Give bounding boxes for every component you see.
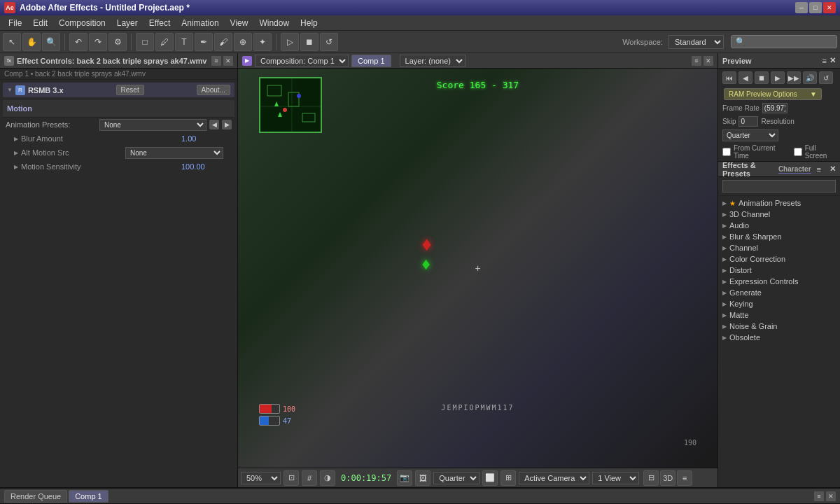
effects-blur-sharpen[interactable]: ▶ Blur & Sharpen [718,231,840,242]
presets-next-btn[interactable]: ▶ [222,120,232,130]
play-btn[interactable]: ▷ [281,33,299,51]
effects-keying[interactable]: ▶ Keying [718,298,840,309]
maximize-button[interactable]: □ [809,2,822,13]
effects-search-input[interactable] [722,180,836,192]
skip-to-start-btn[interactable]: ⏮ [722,71,736,84]
effects-obsolete[interactable]: ▶ Obsolete [718,332,840,343]
alt-motion-dropdown[interactable]: None [125,147,223,159]
effects-color-correction[interactable]: ▶ Color Correction [718,253,840,265]
tool-3[interactable]: ⚙ [108,33,127,51]
menu-effect[interactable]: Effect [144,17,176,29]
audio-btn[interactable]: 🔊 [803,71,817,84]
workspace-select[interactable]: Standard All Panels Animation [668,35,724,49]
comp1-tab[interactable]: Comp 1 [69,490,108,503]
menu-window[interactable]: Window [253,17,295,29]
full-screen-checkbox[interactable] [794,148,802,156]
zoom-select[interactable]: 50% 100% 25% [241,472,281,484]
loop-btn[interactable]: ↺ [819,71,833,84]
stop-btn[interactable]: ⏹ [300,33,318,51]
alt-motion-triangle[interactable]: ▶ [14,150,18,156]
effects-channel[interactable]: ▶ Channel [718,242,840,253]
loop-btn[interactable]: ↺ [320,33,338,51]
comp-menu-btn[interactable]: ≡ [692,56,701,66]
presets-prev-btn[interactable]: ◀ [209,120,219,130]
timeline-close-btn[interactable]: ✕ [826,491,836,501]
blur-amount-value[interactable]: 1.00 [181,134,223,143]
effects-generate[interactable]: ▶ Generate [718,287,840,298]
effects-expression-controls[interactable]: ▶ Expression Controls [718,276,840,287]
from-current-checkbox[interactable] [722,148,731,156]
brush-tool[interactable]: 🖌 [214,33,232,51]
menu-layer[interactable]: Layer [111,17,144,29]
exposure-btn[interactable]: ◑ [320,470,335,486]
panel-menu-btn[interactable]: ≡ [211,56,221,66]
grid-btn[interactable]: # [302,470,317,486]
preview-menu-btn[interactable]: ≡ [822,57,827,65]
comp-tab[interactable]: Comp 1 [351,55,391,67]
composition-select[interactable]: Composition: Comp 1 [255,55,349,67]
hand-tool[interactable]: ✋ [22,33,41,51]
effects-audio[interactable]: ▶ Audio [718,220,840,231]
effects-3d-channel[interactable]: ▶ 3D Channel [718,209,840,220]
timeline-menu-btn[interactable]: ≡ [814,491,824,501]
menu-view[interactable]: View [225,17,254,29]
effects-distort[interactable]: ▶ Distort [718,265,840,276]
comp-viewport[interactable]: Score 165 - 317 ♦ ♦ JEMPIOPMWM117 100 [238,69,718,468]
effects-menu-btn[interactable]: ≡ [817,165,821,174]
preview-close-btn[interactable]: ✕ [830,56,836,65]
effect-triangle[interactable]: ▼ [7,87,13,93]
skip-input[interactable] [738,116,758,127]
motion-sens-triangle[interactable]: ▶ [14,164,18,170]
menu-edit[interactable]: Edit [27,17,53,29]
motion-sens-value[interactable]: 100.00 [181,162,223,171]
menu-file[interactable]: File [3,17,27,29]
selection-tool[interactable]: ↖ [3,33,21,51]
clone-tool[interactable]: ⊕ [234,33,252,51]
view-select[interactable]: 1 View 2 Views 4 Views [592,472,639,484]
puppet-tool[interactable]: ✦ [253,33,272,51]
panel-close-btn[interactable]: ✕ [223,56,233,66]
toggle-transparency[interactable]: ⬜ [482,470,498,486]
search-input[interactable]: Search Kelp [748,38,832,46]
minimize-button[interactable]: ─ [795,2,808,13]
paint-tool[interactable]: 🖊 [155,33,174,51]
camera-select[interactable]: Active Camera [519,472,589,484]
fit-btn[interactable]: ⊡ [284,470,299,486]
quality-select[interactable]: Quarter Half Full [433,472,479,484]
prev-frame-btn[interactable]: ◀ [738,71,752,84]
text-tool[interactable]: T [175,33,193,51]
zoom-tool[interactable]: 🔍 [42,33,60,51]
undo-btn[interactable]: ↶ [69,33,88,51]
render-queue-tab[interactable]: Render Queue [4,490,67,503]
pen-tool[interactable]: ✒ [195,33,213,51]
toggle-safe-zones[interactable]: ⊟ [643,470,659,486]
presets-dropdown[interactable]: None [99,119,206,131]
frame-rate-input[interactable] [762,103,788,113]
effects-noise-grain[interactable]: ▶ Noise & Grain [718,321,840,332]
play-btn[interactable]: ▶ [771,71,785,84]
view-options-btn[interactable]: ≡ [677,470,692,486]
character-tab[interactable]: Character [778,165,811,174]
effects-close-btn[interactable]: ✕ [830,164,836,174]
reset-button[interactable]: Reset [116,85,144,95]
effects-matte[interactable]: ▶ Matte [718,309,840,321]
effects-animation-presets[interactable]: ▶ ★ Animation Presets [718,197,840,209]
rect-tool[interactable]: □ [136,33,154,51]
about-button[interactable]: About... [197,85,230,95]
blur-triangle[interactable]: ▶ [14,136,18,142]
snapshot-btn[interactable]: 📷 [397,470,412,486]
ram-preview-btn[interactable]: RAM Preview Options ▼ [724,88,822,100]
toggle-pixels[interactable]: ⊞ [500,470,516,486]
layer-select[interactable]: Layer: (none) [400,55,465,67]
show-snapshot-btn[interactable]: 🖼 [415,470,430,486]
resolution-select[interactable]: Quarter Half Full [722,130,778,141]
comp-close-btn[interactable]: ✕ [704,56,713,66]
redo-btn[interactable]: ↷ [89,33,107,51]
toggle-3d-btn[interactable]: 3D [660,470,676,486]
menu-help[interactable]: Help [295,17,323,29]
menu-composition[interactable]: Composition [53,17,111,29]
comp-time[interactable]: 0:00:19:57 [341,473,391,483]
close-button[interactable]: ✕ [823,2,836,13]
menu-animation[interactable]: Animation [176,17,224,29]
next-frame-btn[interactable]: ▶▶ [787,71,801,84]
